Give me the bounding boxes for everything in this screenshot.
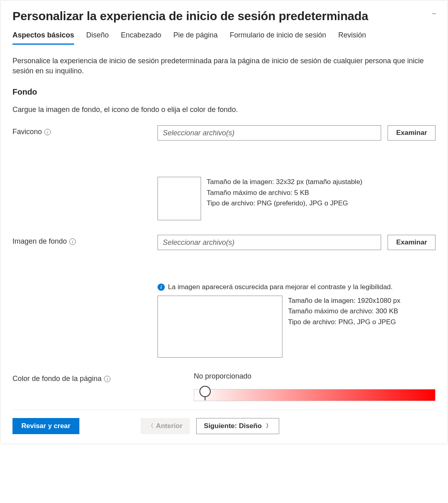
- tab-header[interactable]: Encabezado: [121, 31, 161, 45]
- previous-button-label: Anterior: [156, 422, 183, 430]
- bgcolor-value: No proporcionado: [194, 372, 436, 381]
- info-icon[interactable]: i: [69, 238, 76, 245]
- favicon-label: Favicono: [12, 128, 42, 136]
- tab-footer[interactable]: Pie de página: [173, 31, 218, 45]
- bgimage-file-input[interactable]: [158, 235, 381, 250]
- favicon-spec-size: Tamaño de la imagen: 32x32 px (tamaño aj…: [207, 177, 363, 187]
- bgimage-label: Imagen de fondo: [12, 237, 67, 246]
- more-options-button[interactable]: ···: [432, 9, 436, 18]
- bgimage-info-text: La imagen aparecerá oscurecida para mejo…: [168, 282, 393, 292]
- intro-text: Personalice la experiencia de inicio de …: [12, 56, 436, 76]
- favicon-spec-type: Tipo de archivo: PNG (preferido), JPG o …: [207, 198, 363, 209]
- section-heading-background: Fondo: [12, 87, 436, 97]
- bgimage-browse-button[interactable]: Examinar: [388, 235, 436, 250]
- bgimage-spec-size: Tamaño de la imagen: 1920x1080 px: [288, 296, 400, 306]
- next-button[interactable]: Siguiente: Diseño 〉: [196, 418, 279, 434]
- favicon-browse-button[interactable]: Examinar: [388, 125, 436, 141]
- tab-layout[interactable]: Diseño: [86, 31, 109, 45]
- chevron-right-icon: 〉: [266, 422, 272, 430]
- info-icon: i: [158, 284, 165, 291]
- page-title: Personalizar la experiencia de inicio de…: [12, 9, 436, 23]
- next-button-label: Siguiente: Diseño: [204, 422, 262, 430]
- bgcolor-slider[interactable]: [194, 384, 436, 397]
- favicon-spec-max: Tamaño máximo de archivo: 5 KB: [207, 188, 363, 198]
- tab-strip: Aspectos básicos Diseño Encabezado Pie d…: [12, 31, 436, 45]
- tab-review[interactable]: Revisión: [338, 31, 366, 45]
- favicon-file-input[interactable]: [158, 125, 381, 141]
- separator: [12, 410, 436, 410]
- bgcolor-label: Color de fondo de la página: [12, 375, 102, 383]
- chevron-left-icon: 〈: [148, 422, 153, 430]
- bgimage-spec-type: Tipo de archivo: PNG, JPG o JPEG: [288, 317, 400, 327]
- review-create-button[interactable]: Revisar y crear: [12, 418, 79, 434]
- bgcolor-slider-thumb[interactable]: [199, 386, 211, 397]
- tab-basics[interactable]: Aspectos básicos: [12, 31, 74, 45]
- bgimage-preview: [158, 296, 282, 358]
- previous-button: 〈 Anterior: [141, 418, 190, 434]
- info-icon[interactable]: i: [44, 129, 51, 135]
- bgcolor-slider-track: [194, 389, 436, 401]
- info-icon[interactable]: i: [104, 376, 110, 382]
- favicon-preview: [158, 177, 201, 220]
- section-subtext: Cargue la imagen de fondo, el icono de f…: [12, 106, 436, 114]
- bgimage-spec-max: Tamaño máximo de archivo: 300 KB: [288, 306, 400, 317]
- tab-signin-form[interactable]: Formulario de inicio de sesión: [230, 31, 326, 45]
